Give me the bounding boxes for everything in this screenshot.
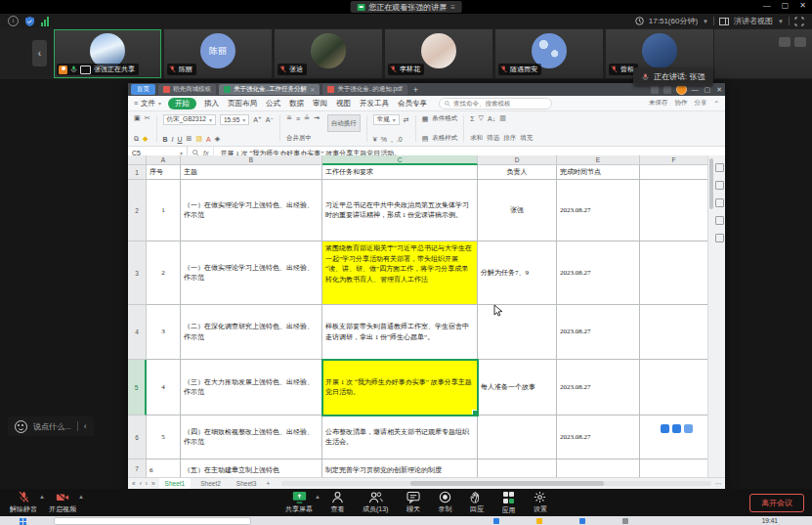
sheet-nav-first-icon[interactable]: « — [132, 480, 136, 487]
menu-tab-insert[interactable]: 插入 — [203, 99, 220, 109]
tile-corner-icons[interactable] — [779, 37, 806, 47]
align-middle-icon[interactable]: ≡ — [296, 115, 300, 122]
empty-cell[interactable] — [640, 165, 708, 180]
taskbar-app-icon[interactable] — [536, 518, 542, 524]
vertical-scrollbar[interactable] — [709, 158, 713, 209]
cell-no[interactable]: 5 — [147, 416, 181, 459]
layout-icon[interactable] — [651, 86, 659, 94]
horizontal-scrollbar[interactable] — [281, 481, 710, 486]
row-header[interactable]: 2 — [128, 180, 147, 241]
command-search-input[interactable] — [453, 100, 541, 107]
more-options-icon[interactable]: ⋯ — [715, 480, 722, 488]
comma-icon[interactable]: , — [391, 136, 393, 143]
align-bottom-icon[interactable]: ≟ — [304, 114, 310, 122]
cell-task[interactable]: 习近平总书记在中共中央政治局第五次集体学习时的重要讲话精神，形成 1 份党课讲稿… — [322, 180, 478, 241]
quick-icon-blue[interactable] — [672, 424, 681, 433]
menu-tab-dev-tools[interactable]: 开发工具 — [359, 99, 390, 109]
copy-icon[interactable]: ⧉ — [134, 135, 139, 143]
wps-maximize-button[interactable]: ▢ — [705, 86, 711, 94]
cell-theme[interactable]: （一）在做实理论学习上强特色、出经验、作示范 — [181, 241, 322, 305]
help-pane-icon[interactable] — [715, 234, 724, 242]
row-header-selected[interactable]: 5 — [128, 360, 147, 416]
wps-close-button[interactable]: ✕ — [716, 86, 722, 94]
cell-task-highlighted[interactable]: 紧围绕教育部近期关于“习近平总书记与大学生在一起”学习分享活动有关部署，带头组织… — [322, 241, 478, 305]
quick-icon-blue[interactable] — [661, 424, 669, 433]
wps-doc-tab-xlsx[interactable]: 关于强化金..工作任务分解 ✕ — [219, 84, 320, 95]
taskbar-app-icon[interactable] — [493, 518, 499, 524]
conditional-format-button[interactable]: 条件格式 — [432, 114, 457, 123]
cell-owner[interactable] — [478, 305, 557, 360]
font-name-select[interactable]: 仿宋_GB2312 ▾ — [163, 114, 216, 125]
chat-input-placeholder[interactable]: 说点什么... — [33, 421, 71, 432]
cell-due[interactable]: 2023.08.27 — [557, 180, 640, 241]
number-format-select[interactable]: 常规 ▾ — [373, 114, 400, 125]
decimal-icons[interactable]: .0 — [397, 136, 403, 143]
row-header[interactable]: 4 — [128, 305, 147, 360]
cell-theme[interactable]: （一）在做实理论学习上强特色、出经验、作示范 — [181, 180, 322, 241]
save-status[interactable]: 未保存 — [649, 99, 668, 108]
row-header[interactable]: 7 — [128, 459, 147, 478]
empty-cell[interactable] — [640, 416, 708, 459]
tab-close-icon[interactable]: ✕ — [310, 86, 315, 93]
cell-due[interactable] — [557, 459, 640, 478]
video-tile[interactable]: 李林花 — [385, 29, 492, 78]
decrease-font-icon[interactable]: A⁻ — [266, 116, 274, 124]
view-button[interactable]: 查看 — [331, 491, 345, 515]
chat-collapse-icon[interactable]: ‹ — [77, 421, 87, 431]
strip-collapse-button[interactable]: ‹ — [32, 40, 47, 66]
font-size-select[interactable]: 15.95 ▾ — [220, 114, 249, 125]
wps-doc-tab-template[interactable]: 稻壳商城模板 — [158, 84, 216, 95]
sheet-tab-3[interactable]: Sheet3 — [231, 478, 263, 489]
comment-pane-icon[interactable] — [715, 198, 724, 207]
empty-cell[interactable] — [640, 459, 708, 478]
fill-color-button[interactable]: ▨ — [195, 135, 202, 143]
sort-button[interactable]: 排序 — [503, 134, 516, 143]
borders-button[interactable]: ⊞ — [187, 135, 192, 143]
empty-cell[interactable] — [640, 241, 708, 305]
select-all-corner[interactable] — [128, 155, 147, 165]
members-button[interactable]: 成员(13) — [363, 491, 388, 515]
cell-owner[interactable]: 张强 — [478, 180, 557, 241]
menu-tab-home[interactable]: 开始 — [168, 98, 196, 109]
file-menu[interactable]: ≡ 文件 ▾ — [134, 99, 161, 109]
col-header-b[interactable]: B — [181, 155, 322, 165]
menu-tab-member[interactable]: 会员专享 — [397, 99, 428, 109]
cell-no[interactable]: 4 — [147, 360, 181, 416]
empty-cell[interactable] — [640, 305, 708, 360]
start-video-button[interactable]: ▲ 开启视频 — [49, 491, 76, 514]
merge-center-button[interactable]: 合并居中 — [286, 134, 312, 143]
cut-icon[interactable]: ✂ — [145, 114, 150, 122]
col-header-a[interactable]: A — [147, 155, 181, 165]
cell-theme[interactable]: （二）在深化调查研究上强特色、出经验、作示范 — [181, 305, 322, 360]
leave-meeting-button[interactable]: 离开会议 — [749, 494, 804, 512]
unmute-button[interactable]: ▲ 解除静音 — [10, 491, 37, 514]
cell-task-selected[interactable]: 开展 1 次 “我为师生办好事办实事” 故事分享主题党日活动。 — [322, 360, 478, 416]
video-tile-sharing[interactable]: 张强正在共享 — [54, 29, 161, 78]
cell-owner[interactable] — [478, 459, 557, 478]
cell-task[interactable]: 公布整改清单，邀请相关支部书记观摩专题组织生活会。 — [322, 416, 478, 459]
sum-button[interactable]: 求和 — [470, 134, 483, 143]
underline-button[interactable]: U — [178, 136, 183, 143]
settings-button[interactable]: 设置 — [534, 491, 547, 515]
col-header-d[interactable]: D — [478, 155, 557, 165]
share-screen-button[interactable]: ▲ 共享屏幕 — [285, 491, 313, 515]
paste-icon[interactable]: ▣ — [134, 114, 141, 122]
sheet-tab-1[interactable]: Sheet1 — [159, 478, 192, 490]
quick-icon-light-blue[interactable] — [684, 424, 693, 433]
chat-button[interactable]: 聊天 — [406, 491, 420, 515]
close-button[interactable]: ✕ — [799, 1, 806, 10]
table-style-button[interactable]: 表格样式 — [432, 134, 457, 143]
header-cell-due[interactable]: 完成时间节点 — [557, 165, 640, 180]
minimize-button[interactable]: — — [763, 1, 771, 10]
header-cell-theme[interactable]: 主题 — [181, 165, 322, 180]
banner-menu-icon[interactable]: ≡ — [450, 3, 455, 12]
video-tile[interactable]: 张迪 — [275, 29, 382, 78]
record-button[interactable]: 录制 — [438, 491, 451, 515]
video-tile[interactable]: 陈丽 陈丽 — [164, 29, 272, 78]
wps-minimize-button[interactable]: — — [692, 86, 699, 94]
cell-task[interactable]: 制定完善学习贯彻党的创新理论的制度 — [322, 459, 478, 478]
cell-due[interactable]: 2023.08.27 — [557, 416, 640, 459]
sheet-nav-prev-icon[interactable]: ‹ — [140, 480, 142, 487]
bold-button[interactable]: B — [163, 136, 168, 143]
apps-button[interactable]: 应用 — [501, 491, 515, 515]
